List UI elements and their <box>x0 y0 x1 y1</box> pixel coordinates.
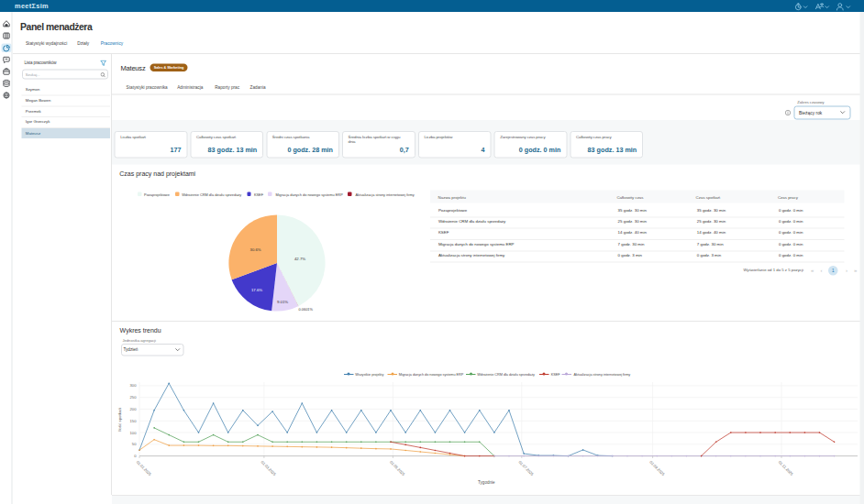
svg-text:200: 200 <box>130 407 138 411</box>
svg-text:17.6%: 17.6% <box>251 288 262 292</box>
svg-text:01.03.2025: 01.03.2025 <box>260 460 278 477</box>
svg-text:01.01.2025: 01.01.2025 <box>136 460 153 477</box>
svg-text:01.11.2025: 01.11.2025 <box>778 460 795 477</box>
svg-text:01.09.2025: 01.09.2025 <box>648 460 666 477</box>
svg-text:42.7%: 42.7% <box>294 257 305 261</box>
svg-text:30.6%: 30.6% <box>250 247 261 252</box>
svg-text:01.07.2025: 01.07.2025 <box>517 460 535 477</box>
svg-text:0: 0 <box>134 454 137 458</box>
svg-text:150: 150 <box>130 419 138 423</box>
svg-text:300: 300 <box>130 383 138 388</box>
svg-text:9.01%: 9.01% <box>277 300 288 304</box>
svg-text:50: 50 <box>132 442 137 446</box>
svg-text:0.0601%: 0.0601% <box>299 307 314 312</box>
svg-text:01.05.2025: 01.05.2025 <box>389 460 406 477</box>
svg-text:100: 100 <box>130 431 138 435</box>
svg-text:250: 250 <box>130 395 138 400</box>
